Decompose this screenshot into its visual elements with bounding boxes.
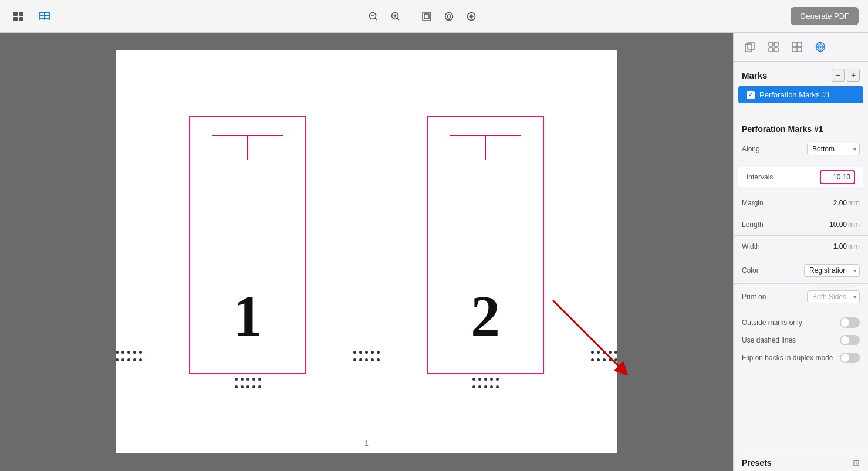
- toolbar-divider: [411, 9, 411, 23]
- main-layout: 1: [0, 33, 868, 471]
- svg-rect-3: [19, 17, 23, 21]
- perf-dot: [597, 351, 600, 354]
- perf-dot: [258, 378, 261, 381]
- panel-icon-layout[interactable]: [788, 38, 806, 56]
- layout-grid-btn[interactable]: [35, 7, 54, 26]
- color-select-wrapper: Registration Black Cyan Magenta Yellow: [804, 264, 860, 277]
- margin-unit: mm: [848, 199, 860, 207]
- perf-dot: [353, 358, 356, 361]
- prop-length: Length 10.00 mm: [734, 218, 868, 232]
- panel-icon-copy[interactable]: [741, 38, 759, 56]
- perf-dot: [365, 351, 368, 354]
- perf-dot: [496, 385, 499, 388]
- width-value: 1.00: [833, 242, 847, 250]
- page-2: 2: [427, 116, 544, 388]
- t-mark-vertical: [485, 136, 486, 160]
- along-label: Along: [742, 145, 760, 153]
- perf-dot: [258, 385, 261, 388]
- length-value: 10.00: [829, 221, 847, 229]
- perf-dot: [603, 358, 606, 361]
- mark-item-perf[interactable]: Perforation Marks #1: [738, 86, 863, 103]
- perf-dot: [472, 385, 475, 388]
- fit-page-btn[interactable]: [417, 7, 436, 26]
- perf-dot: [377, 351, 380, 354]
- along-select[interactable]: Bottom Top Left Right: [807, 143, 860, 155]
- perf-dot: [116, 358, 119, 361]
- prop-intervals: Intervals: [738, 167, 863, 187]
- page1-inner-dots: [235, 378, 261, 388]
- dashed-lines-toggle[interactable]: [840, 335, 860, 345]
- perf-dot: [121, 351, 124, 354]
- perf-dot: [614, 358, 617, 361]
- dashed-lines-label: Use dashed lines: [742, 336, 796, 344]
- perf-dot: [365, 358, 368, 361]
- perf-dot: [235, 385, 238, 388]
- flip-toggle[interactable]: [840, 353, 860, 363]
- intervals-input[interactable]: [820, 170, 855, 184]
- zoom-out-btn[interactable]: [364, 7, 383, 26]
- svg-rect-18: [424, 14, 429, 19]
- perf-dot: [472, 378, 475, 381]
- svg-point-19: [445, 12, 453, 20]
- toggle-dashed-lines: Use dashed lines: [734, 331, 868, 349]
- marks-controls: − +: [832, 69, 860, 82]
- zoom-in-btn[interactable]: [386, 7, 405, 26]
- perf-dot: [597, 358, 600, 361]
- page-card-1: 1: [189, 116, 306, 374]
- svg-line-16: [397, 18, 399, 20]
- perf-dot: [490, 378, 493, 381]
- toolbar: Generate PDF: [0, 0, 868, 33]
- prop-width: Width 1.00 mm: [734, 239, 868, 253]
- print-on-label: Print on: [742, 293, 766, 301]
- layout-list-btn[interactable]: [9, 7, 28, 26]
- svg-rect-32: [745, 44, 752, 52]
- zoom-fit-btn[interactable]: [440, 7, 458, 26]
- outside-marks-toggle[interactable]: [840, 317, 860, 328]
- intervals-label: Intervals: [747, 173, 773, 181]
- perf-dot: [246, 385, 249, 388]
- divider-6: [734, 283, 868, 284]
- prop-margin: Margin 2.00 mm: [734, 196, 868, 210]
- divider-5: [734, 257, 868, 257]
- canvas-area: 1: [0, 33, 733, 471]
- perf-dot: [490, 385, 493, 388]
- presets-grid-icon: ⊞: [853, 458, 860, 467]
- svg-rect-2: [19, 12, 23, 16]
- marks-minus-btn[interactable]: −: [832, 69, 845, 82]
- divider-3: [734, 214, 868, 214]
- print-on-select[interactable]: Both Sides Front Only Back Only: [807, 290, 860, 303]
- svg-rect-17: [423, 12, 431, 21]
- perf-dot: [484, 378, 487, 381]
- right-outer-dots: [591, 351, 617, 361]
- perf-dot: [591, 351, 594, 354]
- perf-dot: [139, 351, 142, 354]
- svg-rect-9: [49, 12, 50, 20]
- panel-icon-grid[interactable]: [764, 38, 783, 56]
- panel-icon-target[interactable]: [811, 38, 830, 56]
- color-select[interactable]: Registration Black Cyan Magenta Yellow: [804, 264, 860, 277]
- middle-dots: [353, 351, 380, 361]
- perf-dot: [241, 385, 244, 388]
- prop-along: Along Bottom Top Left Right: [734, 140, 868, 158]
- svg-line-12: [375, 18, 377, 20]
- svg-rect-36: [769, 48, 773, 52]
- right-panel: Marks − + Perforation Marks #1 Perforati…: [733, 33, 868, 471]
- mark-item-checkbox[interactable]: [747, 91, 755, 99]
- perf-dot: [478, 385, 481, 388]
- zoom-full-btn[interactable]: [462, 7, 481, 26]
- svg-rect-1: [13, 17, 18, 21]
- perf-detail-title: Perforation Marks #1: [734, 117, 868, 140]
- print-on-select-wrapper: Both Sides Front Only Back Only: [807, 290, 860, 303]
- marks-plus-btn[interactable]: +: [847, 69, 860, 82]
- mark-item-label: Perforation Marks #1: [759, 90, 830, 99]
- t-mark-2: [450, 135, 521, 160]
- presets-title: Presets: [742, 458, 772, 467]
- t-mark-vertical: [247, 136, 248, 160]
- toolbar-center: [59, 7, 786, 26]
- perf-dot: [133, 351, 136, 354]
- generate-pdf-btn[interactable]: Generate PDF: [791, 7, 859, 25]
- page-card-2: 2: [427, 116, 544, 374]
- svg-rect-33: [748, 42, 754, 50]
- perf-dot: [116, 351, 119, 354]
- perf-dot: [133, 358, 136, 361]
